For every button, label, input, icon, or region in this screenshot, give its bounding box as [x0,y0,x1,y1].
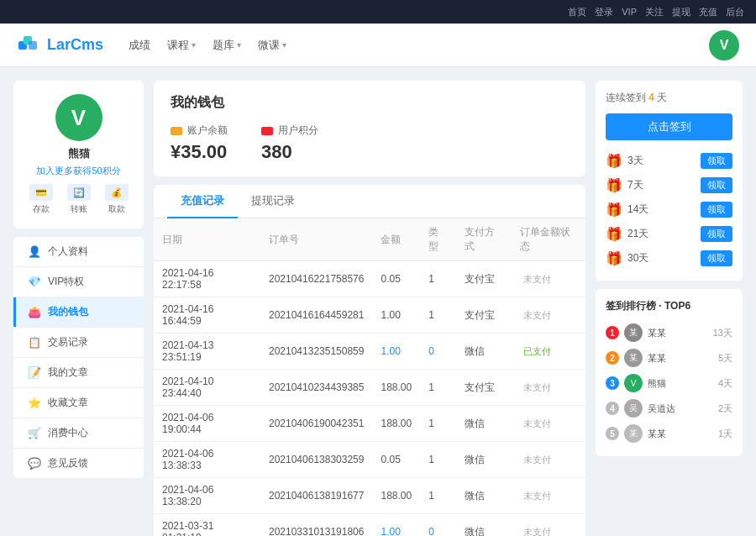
rank-avatar: 某 [624,349,643,367]
navbar: LarCms 成绩 课程▾ 题库▾ 微课▾ V [0,24,756,67]
transfer-label: 转账 [71,203,87,215]
points-value: 380 [261,141,318,163]
ranking-item: 1 某 某某 13天 [606,320,732,345]
sidebar-item-label: 我的文章 [48,365,88,380]
reward-btn-3[interactable]: 领取 [701,226,732,242]
rank-avatar: V [624,374,643,392]
header-link-follow[interactable]: 关注 [645,6,664,18]
sidebar-menu: 👤 个人资料 💎 VIP特权 👛 我的钱包 📋 交易记录 📝 我的文章 [13,237,144,478]
cell-date: 2021-04-16 22:17:58 [154,261,260,297]
chevron-down-icon: ▾ [192,40,196,50]
reward-days-2: 14天 [627,202,648,217]
nav-item-2[interactable]: 题库▾ [213,38,241,53]
sidebar-item-transactions[interactable]: 📋 交易记录 [13,328,144,357]
cell-payment: 支付宝 [456,297,512,334]
cell-status: 未支付 [512,406,585,442]
cell-date: 2021-04-10 23:44:40 [154,370,260,406]
cell-type: 0 [420,334,456,370]
cell-order: 20210331013191806 [260,514,372,537]
cell-type: 1 [420,478,456,514]
main-container: V 熊猫 加入更多获得50积分 💳 存款 🔄 转账 💰 取款 � [0,67,756,536]
header-link-vip[interactable]: VIP [622,7,637,17]
sidebar-item-label: 意见反馈 [48,456,88,470]
col-amount: 金额 [372,218,420,261]
cell-payment: 微信 [456,478,512,514]
rank-avatar: 某 [624,424,643,443]
sidebar-item-label: 我的钱包 [48,305,88,319]
nav-item-0[interactable]: 成绩 [129,38,150,53]
withdraw-button[interactable]: 💰 取款 [105,184,129,215]
cell-date: 2021-04-13 23:51:19 [154,334,260,370]
table-row: 2021-04-16 16:44:59 20210416164459281 1.… [154,297,585,334]
checkin-button[interactable]: 点击签到 [606,113,732,140]
gift-icon-4: 🎁 [606,250,622,266]
rank-name: 某某 [648,327,708,339]
wallet-stat-points: 用户积分 380 [261,123,318,163]
tab-recharge[interactable]: 充值记录 [167,185,238,218]
sidebar-item-vip[interactable]: 💎 VIP特权 [13,267,144,297]
wallet-stat-balance: 账户余额 ¥35.00 [171,123,228,163]
header-link-login[interactable]: 登录 [595,6,613,18]
table-row: 2021-04-06 13:38:20 20210406138191677 18… [154,478,585,514]
reward-btn-2[interactable]: 领取 [701,202,732,218]
cell-order: 20210416221758576 [260,261,372,297]
sidebar-item-shop[interactable]: 🛒 消费中心 [13,418,144,448]
reward-btn-0[interactable]: 领取 [701,153,732,169]
nav-avatar[interactable]: V [709,30,739,60]
deposit-button[interactable]: 💳 存款 [29,184,53,215]
avatar: V [55,94,102,141]
cell-date: 2021-03-31 01:31:19 [154,514,260,537]
gift-icon-0: 🎁 [606,153,622,169]
sidebar-item-wallet[interactable]: 👛 我的钱包 [13,297,144,327]
cell-type: 1 [420,370,456,406]
rank-name: 熊猫 [648,377,713,390]
balance-value: ¥35.00 [171,141,228,163]
cell-status: 未支付 [512,297,585,334]
checkin-unit: 天 [657,92,667,103]
cell-status: 未支付 [512,370,585,406]
cell-amount: 0.05 [372,261,420,297]
shop-icon: 🛒 [28,427,41,439]
cell-order: 20210406138191677 [260,478,372,514]
reward-days-0: 3天 [627,154,643,168]
sidebar-item-feedback[interactable]: 💬 意见反馈 [13,449,144,478]
nav-item-1[interactable]: 课程▾ [167,38,196,53]
chevron-down-icon: ▾ [282,40,286,50]
ranking-item: 3 V 熊猫 4天 [606,370,732,396]
logo[interactable]: LarCms [17,33,103,58]
deposit-icon: 💳 [29,184,53,201]
sidebar-item-articles[interactable]: 📝 我的文章 [13,358,144,387]
cell-date: 2021-04-16 16:44:59 [154,297,260,334]
nav-item-3[interactable]: 微课▾ [258,38,286,53]
transactions-icon: 📋 [28,336,41,349]
reward-list: 🎁 3天 领取 🎁 7天 领取 🎁 14天 [606,149,732,271]
rank-days: 2天 [718,402,732,415]
rank-number: 2 [606,351,619,365]
tab-withdraw[interactable]: 提现记录 [238,185,308,218]
sidebar-item-label: 个人资料 [48,244,88,259]
reward-btn-1[interactable]: 领取 [701,177,732,193]
cell-type: 1 [420,261,456,297]
sidebar-item-profile[interactable]: 👤 个人资料 [13,237,144,266]
cell-type: 0 [420,514,456,537]
cell-amount: 188.00 [372,406,420,442]
reward-item-0: 🎁 3天 领取 [606,149,732,173]
ranking-item: 5 某 某某 1天 [606,421,732,446]
col-status: 订单金额状态 [512,218,585,261]
transfer-button[interactable]: 🔄 转账 [67,184,91,215]
reward-item-4: 🎁 30天 领取 [606,246,732,271]
cell-amount: 188.00 [372,478,420,514]
header-link-home[interactable]: 首页 [568,6,586,18]
balance-label: 账户余额 [187,123,228,138]
ranking-item: 4 吴 吴道达 2天 [606,396,732,421]
header-link-admin[interactable]: 后台 [726,6,744,18]
rank-days: 4天 [718,377,732,390]
sidebar-item-favorites[interactable]: ⭐ 收藏文章 [13,388,144,418]
cell-type: 1 [420,297,456,334]
cell-type: 1 [420,442,456,478]
reward-btn-4[interactable]: 领取 [701,250,732,266]
header-link-recharge[interactable]: 充值 [699,6,717,18]
table-row: 2021-04-13 23:51:19 20210413235150859 1.… [154,334,585,370]
header-link-withdraw[interactable]: 提现 [672,6,690,18]
cell-order: 20210416164459281 [260,297,372,334]
